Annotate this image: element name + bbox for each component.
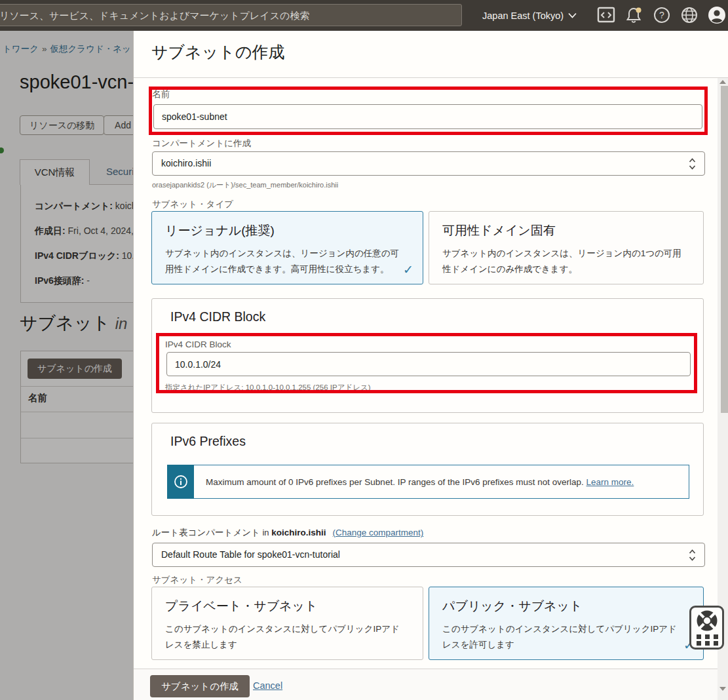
selected-check-icon: ✓ — [403, 262, 413, 277]
ipv6-info-banner: Maximum amount of 0 IPv6 prefixes per Su… — [167, 465, 689, 499]
profile-icon[interactable] — [708, 6, 726, 24]
compartment-select[interactable]: koichiro.ishii — [152, 151, 705, 176]
compartment-label: コンパートメントに作成 — [152, 138, 251, 149]
ipv4-cidr-label: IPv4 CIDR Block — [165, 340, 231, 349]
compartment-path-helper: orasejapankids2 (ルート)/sec_team_member/ko… — [152, 180, 338, 190]
language-icon[interactable] — [680, 6, 699, 24]
subnet-access-label: サブネット・アクセス — [152, 574, 242, 586]
subnet-type-ad-card[interactable]: 可用性ドメイン固有 サブネット内のインスタンスは、リージョン内の1つの可用性ドメ… — [429, 211, 704, 284]
select-stepper-icon — [689, 157, 696, 170]
notification-badge — [636, 8, 642, 13]
private-subnet-card[interactable]: プライベート・サブネット このサブネットのインスタンスに対してパブリックIPアド… — [151, 587, 423, 660]
scroll-down-arrow[interactable] — [719, 687, 726, 691]
public-subnet-card[interactable]: パブリック・サブネット このサブネットのインスタンスに対してパブリックIPアドレ… — [429, 587, 704, 660]
ipv4-section-heading: IPv4 CIDR Block — [170, 309, 265, 324]
panel-footer: サブネットの作成 Cancel — [134, 669, 728, 700]
create-subnet-panel: サブネットの作成 名前 コンパートメントに作成 koichiro.ishii o… — [133, 31, 728, 700]
developer-console-icon[interactable] — [597, 6, 615, 24]
select-stepper-icon — [689, 549, 696, 562]
search-input[interactable] — [0, 4, 462, 26]
subnet-name-input[interactable] — [153, 104, 702, 129]
cancel-link[interactable]: Cancel — [253, 680, 282, 691]
screen-capture-widget[interactable] — [689, 606, 724, 650]
route-table-select[interactable]: Default Route Table for spoke01-vcn-tuto… — [152, 543, 705, 567]
panel-title: サブネットの作成 — [151, 41, 285, 63]
chevron-down-icon — [568, 12, 577, 18]
change-compartment-link[interactable]: (Change compartment) — [332, 528, 423, 537]
modal-dim-overlay[interactable] — [0, 31, 133, 700]
info-icon-block — [167, 465, 194, 499]
info-icon — [173, 474, 189, 490]
region-selector[interactable]: Japan East (Tokyo) — [482, 0, 577, 31]
svg-text:?: ? — [659, 10, 664, 20]
scrollbar-thumb[interactable] — [721, 86, 728, 413]
ipv6-banner-text: Maximum amount of 0 IPv6 prefixes per Su… — [206, 465, 634, 498]
ipv6-section-heading: IPv6 Prefixes — [170, 434, 246, 449]
learn-more-link[interactable]: Learn more. — [586, 477, 634, 487]
oci-console-screen: Japan East (Tokyo) ? — [0, 0, 728, 700]
ipv6-prefixes-section: IPv6 Prefixes Maximum amount of 0 IPv6 p… — [151, 423, 704, 516]
ipv4-cidr-input[interactable] — [166, 352, 691, 376]
notifications-icon[interactable] — [624, 6, 643, 24]
route-table-compartment-label: ルート表コンパートメント in koichiro.ishii(Change co… — [152, 527, 423, 539]
ipv4-cidr-section: IPv4 CIDR Block IPv4 CIDR Block 指定されたIPア… — [151, 298, 704, 413]
scroll-up-arrow[interactable] — [719, 80, 726, 84]
top-navigation-bar: Japan East (Tokyo) ? — [0, 0, 728, 31]
subnet-type-label: サブネット・タイプ — [152, 199, 233, 210]
name-label: 名前 — [152, 88, 170, 100]
create-subnet-submit-button[interactable]: サブネットの作成 — [150, 675, 250, 697]
region-label: Japan East (Tokyo) — [482, 10, 564, 21]
ipv4-cidr-helper: 指定されたIPアドレス: 10.0.1.0-10.0.1.255 (256 IP… — [165, 383, 371, 393]
capture-lifebuoy-icon — [694, 609, 720, 632]
help-icon[interactable]: ? — [653, 6, 671, 24]
capture-grid-dots — [697, 634, 721, 646]
subnet-type-regional-card[interactable]: リージョナル(推奨) サブネット内のインスタンスは、リージョン内の任意の可用性ド… — [151, 211, 423, 284]
